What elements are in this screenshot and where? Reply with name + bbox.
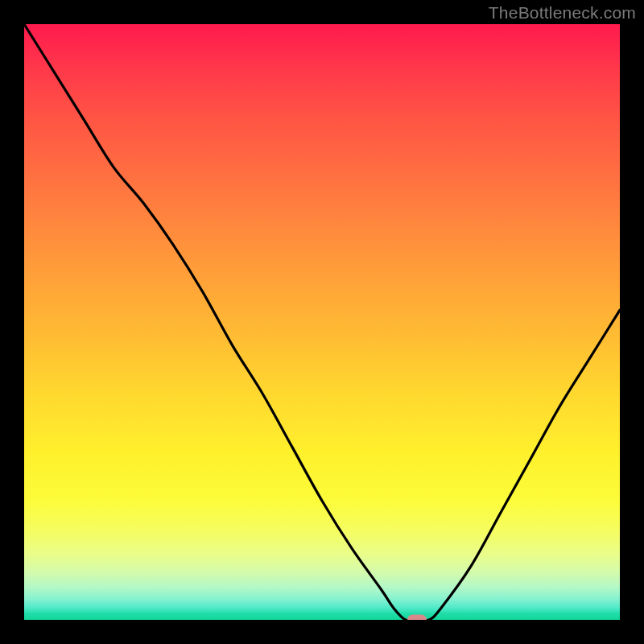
watermark-text: TheBottleneck.com	[489, 3, 636, 23]
bottleneck-curve	[24, 24, 620, 620]
plot-area	[24, 24, 620, 620]
chart-frame: TheBottleneck.com	[0, 0, 644, 644]
optimal-marker-icon	[407, 615, 427, 621]
